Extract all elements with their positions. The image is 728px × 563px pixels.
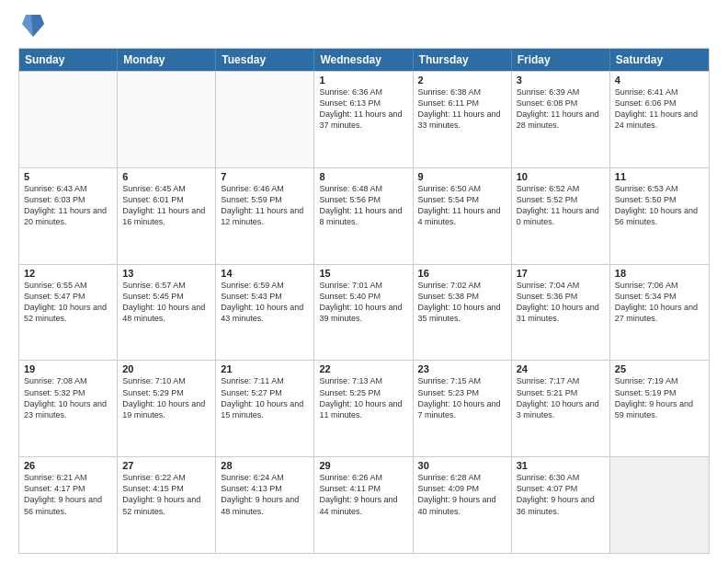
cell-info: Sunrise: 7:02 AMSunset: 5:38 PMDaylight:… [418, 280, 506, 325]
day-cell-25: 25Sunrise: 7:19 AMSunset: 5:19 PMDayligh… [610, 361, 709, 456]
day-cell-21: 21Sunrise: 7:11 AMSunset: 5:27 PMDayligh… [216, 361, 314, 456]
header-tuesday: Tuesday [216, 49, 314, 71]
day-cell-8: 8Sunrise: 6:48 AMSunset: 5:56 PMDaylight… [314, 168, 413, 264]
week-row-3: 12Sunrise: 6:55 AMSunset: 5:47 PMDayligh… [19, 264, 709, 361]
cell-info: Sunrise: 6:26 AMSunset: 4:11 PMDaylight:… [319, 472, 407, 517]
cell-info: Sunrise: 6:30 AMSunset: 4:07 PMDaylight:… [517, 472, 605, 517]
day-number: 6 [122, 171, 210, 182]
day-cell-6: 6Sunrise: 6:45 AMSunset: 6:01 PMDaylight… [118, 168, 216, 264]
cell-info: Sunrise: 6:45 AMSunset: 6:01 PMDaylight:… [122, 183, 210, 228]
day-cell-24: 24Sunrise: 7:17 AMSunset: 5:21 PMDayligh… [512, 361, 610, 456]
empty-cell-w0-d1 [118, 72, 216, 167]
day-cell-31: 31Sunrise: 6:30 AMSunset: 4:07 PMDayligh… [512, 457, 610, 553]
cell-info: Sunrise: 7:01 AMSunset: 5:40 PMDaylight:… [319, 280, 407, 325]
day-cell-20: 20Sunrise: 7:10 AMSunset: 5:29 PMDayligh… [118, 361, 216, 456]
day-number: 27 [122, 460, 210, 471]
logo [18, 15, 44, 39]
logo-icon [22, 11, 44, 39]
day-number: 30 [418, 460, 506, 471]
day-number: 4 [615, 75, 704, 86]
day-cell-22: 22Sunrise: 7:13 AMSunset: 5:25 PMDayligh… [314, 361, 413, 456]
day-number: 7 [221, 171, 309, 182]
day-cell-26: 26Sunrise: 6:21 AMSunset: 4:17 PMDayligh… [19, 457, 118, 553]
day-cell-19: 19Sunrise: 7:08 AMSunset: 5:32 PMDayligh… [19, 361, 118, 456]
cell-info: Sunrise: 6:59 AMSunset: 5:43 PMDaylight:… [221, 280, 309, 325]
calendar: Sunday Monday Tuesday Wednesday Thursday… [18, 48, 710, 554]
cell-info: Sunrise: 6:22 AMSunset: 4:15 PMDaylight:… [122, 472, 210, 517]
svg-marker-1 [31, 15, 44, 37]
day-number: 15 [319, 268, 407, 279]
header-sunday: Sunday [19, 49, 118, 71]
week-row-2: 5Sunrise: 6:43 AMSunset: 6:03 PMDaylight… [19, 167, 709, 264]
day-number: 23 [418, 363, 506, 374]
day-cell-10: 10Sunrise: 6:52 AMSunset: 5:52 PMDayligh… [512, 168, 610, 264]
day-cell-2: 2Sunrise: 6:38 AMSunset: 6:11 PMDaylight… [414, 72, 512, 167]
day-cell-15: 15Sunrise: 7:01 AMSunset: 5:40 PMDayligh… [314, 265, 413, 361]
day-number: 25 [615, 363, 704, 374]
cell-info: Sunrise: 6:21 AMSunset: 4:17 PMDaylight:… [24, 472, 112, 517]
day-cell-7: 7Sunrise: 6:46 AMSunset: 5:59 PMDaylight… [216, 168, 314, 264]
day-number: 20 [122, 363, 210, 374]
week-row-5: 26Sunrise: 6:21 AMSunset: 4:17 PMDayligh… [19, 456, 709, 553]
day-number: 5 [24, 171, 112, 182]
day-cell-9: 9Sunrise: 6:50 AMSunset: 5:54 PMDaylight… [414, 168, 512, 264]
cell-info: Sunrise: 6:41 AMSunset: 6:06 PMDaylight:… [615, 86, 704, 132]
day-number: 3 [517, 75, 605, 86]
cell-info: Sunrise: 6:50 AMSunset: 5:54 PMDaylight:… [418, 183, 506, 228]
day-number: 8 [319, 171, 407, 182]
day-cell-12: 12Sunrise: 6:55 AMSunset: 5:47 PMDayligh… [19, 265, 118, 361]
cell-info: Sunrise: 6:24 AMSunset: 4:13 PMDaylight:… [221, 472, 309, 517]
cell-info: Sunrise: 7:11 AMSunset: 5:27 PMDaylight:… [221, 375, 309, 420]
header-monday: Monday [118, 49, 216, 71]
cell-info: Sunrise: 6:28 AMSunset: 4:09 PMDaylight:… [418, 472, 506, 517]
cell-info: Sunrise: 6:48 AMSunset: 5:56 PMDaylight:… [319, 183, 407, 228]
cell-info: Sunrise: 7:04 AMSunset: 5:36 PMDaylight:… [517, 280, 605, 325]
day-cell-4: 4Sunrise: 6:41 AMSunset: 6:06 PMDaylight… [610, 72, 709, 167]
cell-info: Sunrise: 6:36 AMSunset: 6:13 PMDaylight:… [319, 86, 407, 132]
cell-info: Sunrise: 7:13 AMSunset: 5:25 PMDaylight:… [319, 375, 407, 420]
cell-info: Sunrise: 7:06 AMSunset: 5:34 PMDaylight:… [615, 280, 704, 325]
calendar-body: 1Sunrise: 6:36 AMSunset: 6:13 PMDaylight… [19, 71, 709, 553]
cell-info: Sunrise: 7:15 AMSunset: 5:23 PMDaylight:… [418, 375, 506, 420]
day-number: 26 [24, 460, 112, 471]
day-cell-28: 28Sunrise: 6:24 AMSunset: 4:13 PMDayligh… [216, 457, 314, 553]
day-number: 11 [615, 171, 704, 182]
calendar-header: Sunday Monday Tuesday Wednesday Thursday… [19, 49, 709, 71]
day-cell-17: 17Sunrise: 7:04 AMSunset: 5:36 PMDayligh… [512, 265, 610, 361]
cell-info: Sunrise: 6:53 AMSunset: 5:50 PMDaylight:… [615, 183, 704, 228]
day-cell-27: 27Sunrise: 6:22 AMSunset: 4:15 PMDayligh… [118, 457, 216, 553]
header-wednesday: Wednesday [314, 49, 413, 71]
day-number: 10 [517, 171, 605, 182]
cell-info: Sunrise: 6:57 AMSunset: 5:45 PMDaylight:… [122, 280, 210, 325]
header [18, 15, 710, 39]
day-number: 28 [221, 460, 309, 471]
day-cell-23: 23Sunrise: 7:15 AMSunset: 5:23 PMDayligh… [414, 361, 512, 456]
day-number: 18 [615, 268, 704, 279]
cell-info: Sunrise: 6:38 AMSunset: 6:11 PMDaylight:… [418, 86, 506, 132]
cell-info: Sunrise: 6:39 AMSunset: 6:08 PMDaylight:… [517, 86, 605, 132]
cell-info: Sunrise: 7:17 AMSunset: 5:21 PMDaylight:… [517, 375, 605, 420]
cell-info: Sunrise: 6:55 AMSunset: 5:47 PMDaylight:… [24, 280, 112, 325]
day-cell-3: 3Sunrise: 6:39 AMSunset: 6:08 PMDaylight… [512, 72, 610, 167]
header-saturday: Saturday [610, 49, 709, 71]
week-row-4: 19Sunrise: 7:08 AMSunset: 5:32 PMDayligh… [19, 360, 709, 456]
day-number: 22 [319, 363, 407, 374]
day-number: 16 [418, 268, 506, 279]
cell-info: Sunrise: 7:08 AMSunset: 5:32 PMDaylight:… [24, 375, 112, 420]
day-cell-1: 1Sunrise: 6:36 AMSunset: 6:13 PMDaylight… [314, 72, 413, 167]
cell-info: Sunrise: 6:46 AMSunset: 5:59 PMDaylight:… [221, 183, 309, 228]
cell-info: Sunrise: 7:10 AMSunset: 5:29 PMDaylight:… [122, 375, 210, 420]
day-cell-13: 13Sunrise: 6:57 AMSunset: 5:45 PMDayligh… [118, 265, 216, 361]
cell-info: Sunrise: 6:52 AMSunset: 5:52 PMDaylight:… [517, 183, 605, 228]
day-number: 31 [517, 460, 605, 471]
day-number: 21 [221, 363, 309, 374]
header-friday: Friday [512, 49, 610, 71]
day-number: 13 [122, 268, 210, 279]
day-number: 19 [24, 363, 112, 374]
day-cell-29: 29Sunrise: 6:26 AMSunset: 4:11 PMDayligh… [314, 457, 413, 553]
header-thursday: Thursday [414, 49, 512, 71]
cell-info: Sunrise: 6:43 AMSunset: 6:03 PMDaylight:… [24, 183, 112, 228]
day-number: 14 [221, 268, 309, 279]
day-number: 17 [517, 268, 605, 279]
day-number: 29 [319, 460, 407, 471]
